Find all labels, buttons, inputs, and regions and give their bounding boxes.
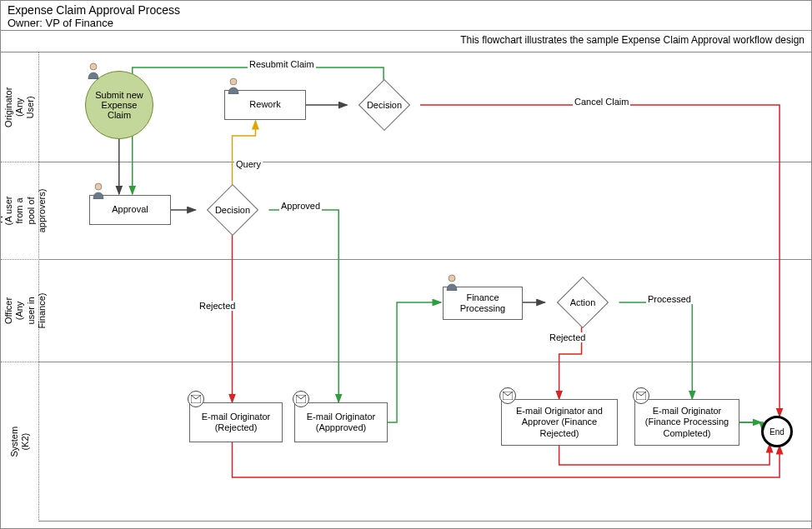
edge-label-approved: Approved (279, 201, 322, 211)
node-finance-processing-label: Finance Processing (447, 292, 519, 314)
edge-label-cancel: Cancel Claim (573, 97, 630, 107)
lane-finance (39, 260, 811, 362)
lane-label-approver: Approver (A user from a pool of approver… (1, 162, 39, 260)
node-finance-processing: Finance Processing (443, 287, 523, 320)
user-icon (92, 182, 105, 199)
mail-icon (633, 387, 649, 404)
node-decision-approval: Decision (196, 190, 269, 230)
node-approval: Approval (89, 195, 171, 225)
lane-originator (39, 52, 811, 162)
diagram-header: Expense Claim Approval Process Owner: VP… (1, 1, 811, 31)
mail-icon (293, 391, 309, 407)
diagram-owner: Owner: VP of Finance (8, 17, 804, 29)
user-icon (227, 77, 240, 94)
node-email-approved-label: E-mail Originator (Appproved) (298, 412, 383, 433)
svg-point-3 (449, 275, 455, 282)
node-end: End (761, 416, 793, 447)
diagram-description: This flowchart illustrates the sample Ex… (460, 34, 804, 46)
node-decision-approval-label: Decision (196, 190, 269, 230)
node-end-label: End (769, 427, 784, 437)
node-rework-label: Rework (249, 99, 280, 110)
node-decision-rework-label: Decision (348, 85, 421, 125)
node-start-label: Submit new Expense Claim (91, 90, 148, 120)
lane-label-finance: Finance Officer (Any user in Finance) (1, 260, 39, 362)
user-icon (445, 274, 459, 291)
edge-label-fin-rejected: Rejected (548, 332, 587, 342)
node-email-fin-rejected-label: E-mail Originator and Approver (Finance … (505, 406, 614, 439)
node-decision-rework: Decision (348, 85, 421, 125)
lane-label-system: System (K2) (1, 362, 39, 522)
node-email-fin-rejected: E-mail Originator and Approver (Finance … (501, 399, 618, 446)
node-email-completed-label: E-mail Originator (Finance Processing Co… (639, 406, 735, 439)
node-start: Submit new Expense Claim (85, 71, 153, 139)
node-rework: Rework (224, 90, 306, 120)
diagram-description-bar: This flowchart illustrates the sample Ex… (1, 31, 811, 52)
node-email-completed: E-mail Originator (Finance Processing Co… (634, 399, 739, 446)
edge-label-query: Query (234, 159, 263, 169)
edge-label-processed: Processed (646, 294, 693, 304)
node-email-rejected-label: E-mail Originator (Rejected) (193, 412, 278, 433)
lanes-area: Submit new Expense Claim Rework Decision… (39, 52, 811, 522)
lane-labels-column: Originator (Any User) Approver (A user f… (1, 52, 39, 522)
node-email-approved: E-mail Originator (Appproved) (294, 402, 388, 442)
edge-label-resubmit: Resubmit Claim (248, 59, 316, 69)
svg-point-0 (90, 63, 97, 70)
swimlanes-body: Originator (Any User) Approver (A user f… (1, 52, 811, 522)
node-action: Action (546, 282, 619, 322)
node-approval-label: Approval (112, 204, 148, 215)
svg-point-1 (230, 78, 237, 85)
mail-icon (188, 391, 204, 407)
edge-label-rejected: Rejected (198, 301, 237, 311)
node-action-label: Action (546, 282, 619, 322)
mail-icon (499, 387, 516, 404)
diagram-title: Expense Claim Approval Process (8, 3, 804, 17)
svg-point-2 (95, 183, 102, 190)
diagram-canvas: Expense Claim Approval Process Owner: VP… (0, 0, 812, 529)
node-email-rejected: E-mail Originator (Rejected) (189, 402, 283, 442)
user-icon (87, 62, 100, 79)
lane-label-originator: Originator (Any User) (1, 52, 39, 162)
